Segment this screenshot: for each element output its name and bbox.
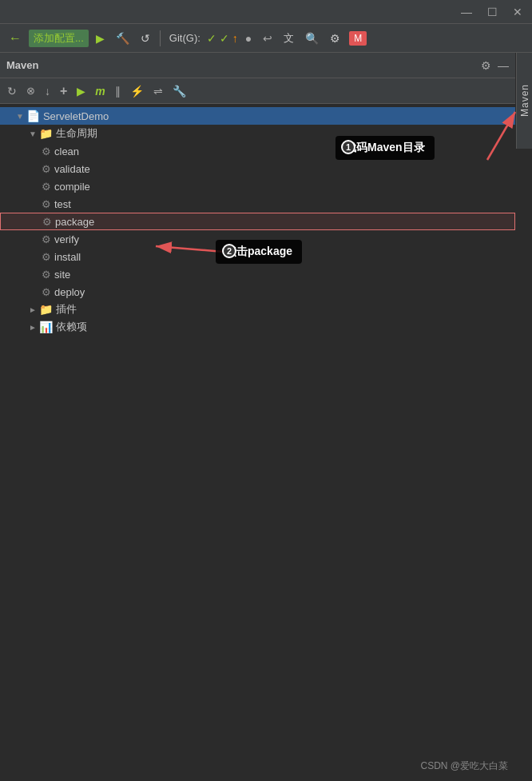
maven-parallel-btn[interactable]: ∥: [113, 83, 123, 99]
tree-area: ▼ 📄 ServeletDemo ▼ 📁 生命周期 ⚙ clean ⚙ vali…: [0, 104, 515, 781]
root-arrow: ▼: [16, 112, 24, 121]
bottom-credit: CSDN @爱吃大白菜: [420, 759, 508, 773]
tree-item-clean[interactable]: ⚙ clean: [0, 142, 515, 160]
annotation-circle-2: 2: [222, 244, 236, 258]
lifecycle-folder-icon: 📁: [39, 127, 53, 140]
compile-gear-icon: ⚙: [42, 181, 51, 193]
site-label: site: [54, 269, 70, 281]
maven-offline-btn[interactable]: ⊗: [24, 83, 38, 98]
maven-lightning-btn[interactable]: ⚡: [128, 83, 146, 99]
verify-gear-icon: ⚙: [42, 233, 51, 245]
maven-m-btn[interactable]: m: [93, 83, 107, 99]
accent-button[interactable]: M: [349, 31, 367, 46]
plugins-label: 插件: [56, 302, 77, 317]
git-check-icon[interactable]: ✓: [207, 32, 216, 45]
test-gear-icon: ⚙: [42, 198, 51, 210]
maximize-button[interactable]: ☐: [484, 6, 500, 18]
plugins-arrow: ►: [29, 305, 37, 314]
main-toolbar: ← 添加配置... ▶ 🔨 ↺ Git(G): ✓ ✓ ↑ ● ↩ 文 🔍 ⚙ …: [0, 24, 532, 53]
maven-download-btn[interactable]: ↓: [42, 83, 53, 99]
install-gear-icon: ⚙: [42, 251, 51, 263]
maven-toggle-btn[interactable]: ⇌: [151, 83, 165, 99]
clean-gear-icon: ⚙: [42, 145, 51, 157]
clean-label: clean: [54, 145, 79, 157]
tree-item-deploy[interactable]: ⚙ deploy: [0, 283, 515, 301]
plugins-folder-icon: 📁: [39, 303, 53, 316]
maven-collapse-icon[interactable]: —: [498, 59, 509, 72]
main-layout: Maven ⚙ — ↻ ⊗ ↓ + ▶ m ∥ ⚡ ⇌ 🔧 ▼ 📄 Ser: [0, 53, 532, 781]
maven-title: Maven: [6, 59, 38, 71]
clock-icon[interactable]: ●: [241, 30, 256, 46]
validate-gear-icon: ⚙: [42, 163, 51, 175]
title-bar: — ☐ ✕: [0, 0, 532, 24]
maven-add-btn[interactable]: +: [58, 82, 69, 100]
tree-dependencies[interactable]: ► 📊 依赖项: [0, 318, 515, 336]
test-label: test: [54, 198, 71, 210]
git-label: Git(G):: [166, 32, 204, 44]
undo-icon[interactable]: ↺: [137, 30, 154, 46]
maven-header: Maven ⚙ —: [0, 53, 515, 78]
root-label: ServeletDemo: [43, 110, 109, 122]
minimize-button[interactable]: —: [459, 6, 474, 18]
annotation-circle-1: 1: [341, 140, 355, 154]
close-button[interactable]: ✕: [510, 6, 526, 18]
tree-root[interactable]: ▼ 📄 ServeletDemo: [0, 107, 515, 125]
run-icon[interactable]: ▶: [92, 30, 109, 46]
maven-panel: Maven ⚙ — ↻ ⊗ ↓ + ▶ m ∥ ⚡ ⇌ 🔧 ▼ 📄 Ser: [0, 53, 515, 781]
compile-label: compile: [54, 181, 90, 193]
git-arrow-up-icon[interactable]: ↑: [232, 32, 238, 45]
back-icon[interactable]: ←: [5, 30, 26, 47]
right-sidebar-label: Maven: [519, 84, 530, 117]
maven-settings-icon[interactable]: ⚙: [481, 59, 491, 72]
package-label: package: [55, 216, 94, 228]
maven-wrench-btn[interactable]: 🔧: [170, 83, 189, 99]
add-config-button[interactable]: 添加配置...: [29, 30, 89, 47]
tree-item-test[interactable]: ⚙ test: [0, 195, 515, 213]
right-sidebar[interactable]: Maven: [516, 53, 532, 149]
settings-icon[interactable]: ⚙: [326, 30, 344, 46]
annotation-text-1: 代码Maven目录: [345, 141, 425, 153]
maven-toolbar: ↻ ⊗ ↓ + ▶ m ∥ ⚡ ⇌ 🔧: [0, 78, 515, 104]
tree-item-package[interactable]: ⚙ package: [0, 213, 515, 230]
package-gear-icon: ⚙: [42, 216, 52, 228]
maven-run-btn[interactable]: ▶: [74, 83, 88, 99]
tree-item-compile[interactable]: ⚙ compile: [0, 177, 515, 195]
git-check2-icon[interactable]: ✓: [220, 32, 229, 45]
dependencies-label: 依赖项: [56, 320, 87, 334]
tree-item-site[interactable]: ⚙ site: [0, 265, 515, 283]
install-label: install: [54, 251, 81, 263]
translate-icon[interactable]: 文: [280, 30, 298, 47]
lifecycle-label: 生命周期: [56, 126, 97, 141]
dependencies-arrow: ►: [29, 323, 37, 332]
search-icon[interactable]: 🔍: [301, 30, 323, 46]
dependencies-folder-icon: 📊: [39, 321, 53, 333]
maven-refresh-btn[interactable]: ↻: [5, 83, 19, 99]
root-folder-icon: 📄: [26, 110, 40, 122]
maven-header-icons: ⚙ —: [481, 59, 509, 72]
tree-item-validate[interactable]: ⚙ validate: [0, 160, 515, 177]
git-undo-icon[interactable]: ↩: [259, 30, 276, 46]
lifecycle-arrow: ▼: [29, 130, 37, 138]
build-icon[interactable]: 🔨: [112, 30, 133, 46]
deploy-label: deploy: [54, 286, 85, 298]
tree-plugins[interactable]: ► 📁 插件: [0, 301, 515, 318]
tree-lifecycle[interactable]: ▼ 📁 生命周期: [0, 125, 515, 142]
verify-label: verify: [54, 233, 79, 245]
separator-1: [160, 30, 161, 46]
deploy-gear-icon: ⚙: [42, 286, 51, 298]
validate-label: validate: [54, 163, 90, 175]
site-gear-icon: ⚙: [42, 269, 51, 281]
